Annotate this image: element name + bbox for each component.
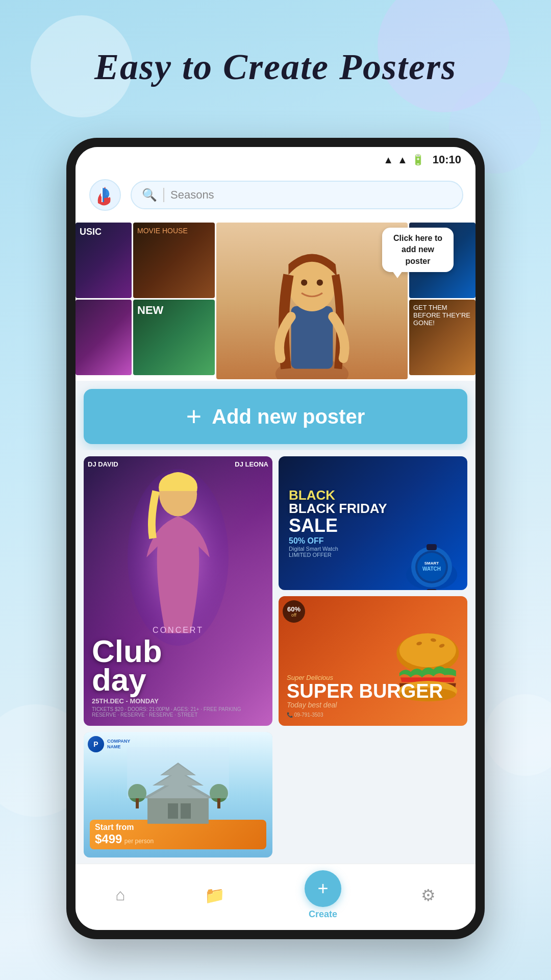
svg-rect-26 bbox=[181, 803, 191, 819]
svg-point-6 bbox=[317, 280, 323, 286]
pagoda-svg bbox=[84, 747, 272, 829]
showcase-movie: MOVIE HOUSE bbox=[133, 223, 215, 298]
bf-discount: 50% OFF bbox=[289, 536, 457, 546]
status-time: 10:10 bbox=[433, 153, 461, 166]
create-plus-icon: + bbox=[318, 878, 329, 899]
svg-rect-29 bbox=[136, 798, 139, 808]
search-bar[interactable]: 🔍 Seasons bbox=[131, 181, 463, 209]
showcase-col-3: Click here to add new poster bbox=[216, 223, 408, 381]
gallery-club-poster[interactable]: DJ DAVID DJ LEONA CONCERT Club day 25TH.… bbox=[84, 456, 272, 726]
settings-icon: ⚙ bbox=[421, 886, 436, 905]
add-poster-button[interactable]: + Add new poster bbox=[84, 389, 467, 444]
search-icon: 🔍 bbox=[142, 188, 157, 202]
club-date: 25TH.DEC - MONDAY bbox=[92, 697, 264, 705]
svg-rect-2 bbox=[291, 306, 333, 369]
nav-create[interactable]: + Create bbox=[305, 870, 341, 920]
search-divider bbox=[163, 188, 164, 202]
nav-home[interactable]: ⌂ bbox=[115, 886, 125, 904]
burger-title: SUPER BURGER bbox=[287, 681, 459, 701]
create-button[interactable]: + bbox=[305, 870, 341, 907]
svg-rect-31 bbox=[127, 747, 229, 798]
status-icons: ▲ ▲ 🔋 10:10 bbox=[383, 153, 461, 166]
status-bar: ▲ ▲ 🔋 10:10 bbox=[76, 147, 475, 169]
burger-content: Super Delicious SUPER BURGER Today best … bbox=[287, 674, 459, 718]
svg-rect-25 bbox=[168, 803, 178, 819]
home-icon: ⌂ bbox=[115, 886, 125, 904]
showcase-event: GET THEMBEFORE THEY'REGONE! bbox=[409, 300, 475, 375]
burger-contact: 📞 09-791-3503 bbox=[287, 712, 459, 718]
bf-sale: SALE bbox=[289, 515, 457, 536]
bf-subtext: Digital Smart WatchLIMITED OFFER bbox=[289, 546, 457, 558]
folder-icon: 📁 bbox=[205, 886, 225, 905]
showcase-music: USIC bbox=[76, 223, 132, 298]
gallery-blackfriday-poster[interactable]: SMART WATCH BLACK BLACK FRIDAY SALE 50% … bbox=[279, 456, 467, 590]
gallery-burger-poster[interactable]: 60% off Super Delicious SUPER BURGER Tod… bbox=[279, 596, 467, 726]
add-poster-label: Add new poster bbox=[212, 405, 365, 428]
discount-badge: 60% off bbox=[283, 600, 305, 623]
bf-title: BLACK BLACK FRIDAY bbox=[289, 488, 457, 515]
svg-rect-30 bbox=[217, 798, 220, 808]
search-input-text[interactable]: Seasons bbox=[170, 188, 214, 202]
nav-folder[interactable]: 📁 bbox=[205, 886, 225, 905]
nav-settings[interactable]: ⚙ bbox=[421, 886, 436, 905]
phone-screen: ▲ ▲ 🔋 10:10 🔍 Seasons bbox=[76, 147, 475, 930]
showcase-col-2: MOVIE HOUSE NEW bbox=[133, 223, 215, 381]
wifi-icon: ▲ bbox=[383, 154, 393, 166]
decorative-bubble-5 bbox=[485, 694, 551, 776]
app-logo bbox=[88, 178, 122, 212]
poster-gallery: DJ DAVID DJ LEONA CONCERT Club day 25TH.… bbox=[76, 450, 475, 864]
showcase-girl bbox=[76, 300, 132, 375]
signal-icon: ▲ bbox=[397, 154, 408, 166]
battery-icon: 🔋 bbox=[412, 154, 424, 166]
svg-text:WATCH: WATCH bbox=[422, 566, 441, 572]
svg-rect-16 bbox=[427, 589, 437, 590]
bf-content: BLACK BLACK FRIDAY SALE 50% OFF Digital … bbox=[287, 486, 459, 560]
showcase-grid: USIC MOVIE HOUSE NEW bbox=[76, 223, 475, 381]
speech-bubble: Click here to add new poster bbox=[382, 228, 454, 272]
poster-showcase: USIC MOVIE HOUSE NEW bbox=[76, 223, 475, 381]
svg-text:SMART: SMART bbox=[424, 561, 439, 566]
club-info: CONCERT Club day 25TH.DEC - MONDAY TICKE… bbox=[92, 626, 264, 718]
add-plus-icon: + bbox=[186, 403, 202, 430]
showcase-col-1: USIC bbox=[76, 223, 132, 381]
person-svg bbox=[216, 223, 408, 379]
showcase-new: NEW bbox=[133, 300, 215, 375]
create-label: Create bbox=[309, 909, 337, 920]
gallery-travel-poster[interactable]: P COMPANYNAME bbox=[84, 732, 272, 857]
bottom-nav: ⌂ 📁 + Create ⚙ bbox=[76, 864, 475, 930]
svg-point-18 bbox=[399, 633, 456, 668]
club-title: Club day bbox=[92, 637, 264, 694]
dj-names: DJ DAVID DJ LEONA bbox=[88, 460, 268, 468]
phone-frame: ▲ ▲ 🔋 10:10 🔍 Seasons bbox=[66, 138, 485, 939]
svg-point-5 bbox=[301, 280, 307, 286]
app-header: 🔍 Seasons bbox=[76, 169, 475, 223]
main-title: Easy to Create Posters bbox=[0, 46, 551, 88]
club-details: TICKETS $20 · DOORS: 21:00PM · AGES: 21+… bbox=[92, 706, 264, 718]
burger-sub: Today best deal bbox=[287, 701, 459, 709]
